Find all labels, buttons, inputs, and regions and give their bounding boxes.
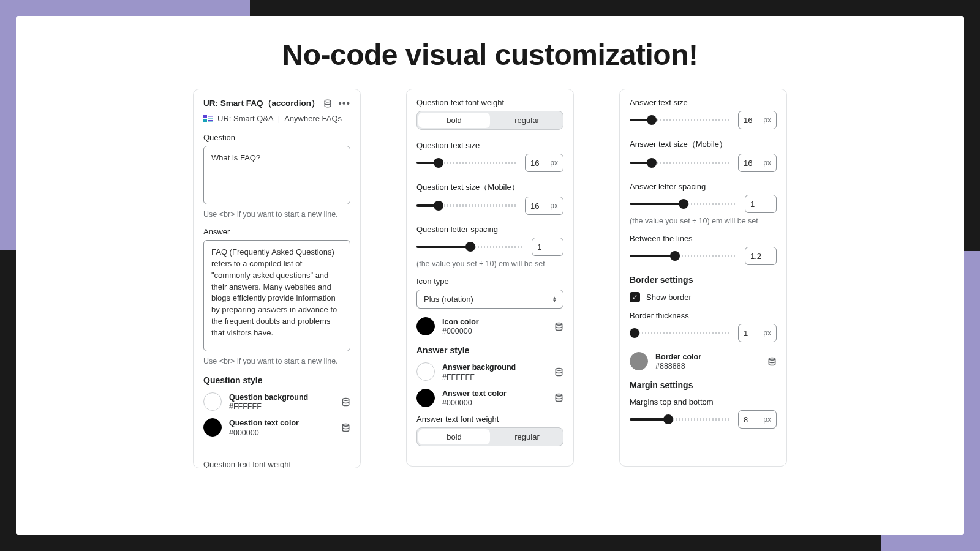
ans-fw-bold[interactable]: bold: [418, 429, 490, 444]
svg-point-8: [342, 424, 349, 426]
border-thick-label: Border thickness: [630, 311, 777, 320]
ans-bg-label: Answer background: [442, 362, 547, 372]
svg-point-9: [556, 323, 562, 325]
border-color-hex: #888888: [655, 362, 760, 370]
question-color-label: Question text color: [229, 418, 334, 428]
q-fw-label: Question text font weight: [417, 98, 564, 107]
ans-ls-input[interactable]: 1: [745, 195, 777, 213]
svg-rect-6: [208, 121, 213, 122]
svg-rect-2: [208, 116, 213, 117]
breadcrumb-sep: |: [278, 114, 280, 123]
border-thick-slider[interactable]: [630, 332, 731, 334]
q-fw-bold[interactable]: bold: [418, 113, 490, 128]
ans-size-m-slider[interactable]: [630, 162, 731, 164]
svg-point-7: [342, 398, 349, 400]
ans-fw-toggle[interactable]: bold regular: [417, 427, 564, 446]
icon-color-hex: #000000: [442, 327, 547, 335]
q-fw-regular[interactable]: regular: [491, 111, 563, 129]
answer-input[interactable]: [203, 240, 350, 351]
ans-fw-regular[interactable]: regular: [491, 428, 563, 446]
ans-color-swatch[interactable]: [417, 389, 435, 407]
ans-size-slider[interactable]: [630, 119, 731, 121]
svg-rect-4: [203, 119, 207, 122]
lines-slider[interactable]: [630, 255, 737, 257]
breadcrumb-page[interactable]: Anywhere FAQs: [284, 114, 342, 123]
margin-tb-slider[interactable]: [630, 418, 731, 421]
border-color-label: Border color: [655, 352, 760, 362]
q-size-label: Question text size: [417, 141, 564, 150]
question-help: Use <br> if you want to start a new line…: [203, 210, 350, 219]
ans-size-label: Answer text size: [630, 98, 777, 107]
icon-color-swatch[interactable]: [417, 317, 435, 335]
q-size-m-label: Question text size（Mobile）: [417, 182, 564, 193]
svg-point-10: [556, 368, 562, 370]
svg-rect-3: [208, 118, 213, 119]
margin-tb-input[interactable]: 8px: [738, 410, 777, 429]
ans-color-label: Answer text color: [442, 389, 547, 399]
q-size-m-input[interactable]: 16px: [525, 197, 564, 215]
question-color-swatch[interactable]: [203, 418, 222, 437]
question-style-heading: Question style: [203, 375, 350, 385]
ans-ls-slider[interactable]: [630, 203, 737, 205]
svg-rect-1: [203, 115, 207, 118]
cutoff-label: Question text font weight: [203, 460, 291, 468]
ans-size-m-label: Answer text size（Mobile）: [630, 139, 777, 150]
chevrons-icon: ▴▾: [553, 296, 556, 302]
question-bg-swatch[interactable]: [203, 392, 222, 411]
border-settings-heading: Border settings: [630, 275, 777, 285]
q-fw-toggle[interactable]: bold regular: [417, 111, 564, 130]
ans-size-m-input[interactable]: 16px: [738, 154, 777, 172]
ans-bg-swatch[interactable]: [417, 362, 435, 381]
svg-point-12: [769, 358, 775, 360]
ans-bg-hex: #FFFFFF: [442, 373, 547, 381]
margin-tb-label: Margins top and bottom: [630, 397, 777, 407]
answer-help: Use <br> if you want to start a new line…: [203, 357, 350, 365]
border-color-swatch[interactable]: [630, 352, 648, 370]
database-icon[interactable]: [323, 99, 332, 108]
ans-fw-label: Answer text font weight: [417, 414, 564, 424]
show-border-label: Show border: [646, 293, 692, 302]
ans-color-hex: #000000: [442, 399, 547, 407]
q-ls-label: Question letter spacing: [417, 225, 564, 234]
database-icon[interactable]: [554, 393, 564, 402]
icon-type-select[interactable]: Plus (rotation) ▴▾: [417, 290, 564, 309]
show-border-checkbox[interactable]: ✓: [630, 292, 640, 302]
breadcrumb: UR: Smart Q&A | Anywhere FAQs: [203, 114, 350, 123]
database-icon[interactable]: [341, 397, 350, 407]
database-icon[interactable]: [767, 357, 777, 366]
database-icon[interactable]: [341, 423, 350, 432]
lines-label: Between the lines: [630, 234, 777, 243]
lines-input[interactable]: 1.2: [745, 247, 777, 265]
page-heading: No-code visual customization!: [40, 38, 940, 72]
border-thick-input[interactable]: 1px: [738, 324, 777, 342]
answer-label: Answer: [203, 227, 350, 236]
q-ls-slider[interactable]: [417, 246, 524, 248]
settings-panel-3: Answer text size 16px Answer text size（M…: [619, 89, 787, 467]
block-title: UR: Smart FAQ（accordion）: [203, 98, 320, 109]
svg-rect-5: [208, 120, 213, 121]
svg-point-0: [325, 100, 331, 102]
settings-panel-2: Question text font weight bold regular Q…: [406, 89, 574, 467]
breadcrumb-app[interactable]: UR: Smart Q&A: [217, 114, 274, 123]
svg-point-11: [556, 394, 562, 397]
q-size-input[interactable]: 16px: [525, 154, 564, 172]
q-size-slider[interactable]: [417, 162, 518, 164]
ans-size-input[interactable]: 16px: [738, 111, 777, 129]
q-ls-input[interactable]: 1: [532, 238, 564, 256]
icon-type-label: Icon type: [417, 277, 564, 286]
app-icon: [203, 115, 213, 122]
q-size-m-slider[interactable]: [417, 204, 518, 207]
database-icon[interactable]: [554, 322, 564, 331]
question-input[interactable]: [203, 146, 350, 204]
q-ls-help: (the value you set ÷ 10) em will be set: [417, 260, 564, 268]
answer-style-heading: Answer style: [417, 345, 564, 355]
question-bg-hex: #FFFFFF: [229, 402, 334, 411]
question-bg-label: Question background: [229, 392, 334, 402]
more-icon[interactable]: •••: [338, 99, 350, 108]
question-label: Question: [203, 133, 350, 142]
icon-color-label: Icon color: [442, 317, 547, 327]
database-icon[interactable]: [554, 367, 564, 377]
settings-panel-1: UR: Smart FAQ（accordion） ••• UR: Smart Q…: [193, 89, 361, 468]
ans-ls-label: Answer letter spacing: [630, 182, 777, 191]
ans-ls-help: (the value you set ÷ 10) em will be set: [630, 217, 777, 225]
